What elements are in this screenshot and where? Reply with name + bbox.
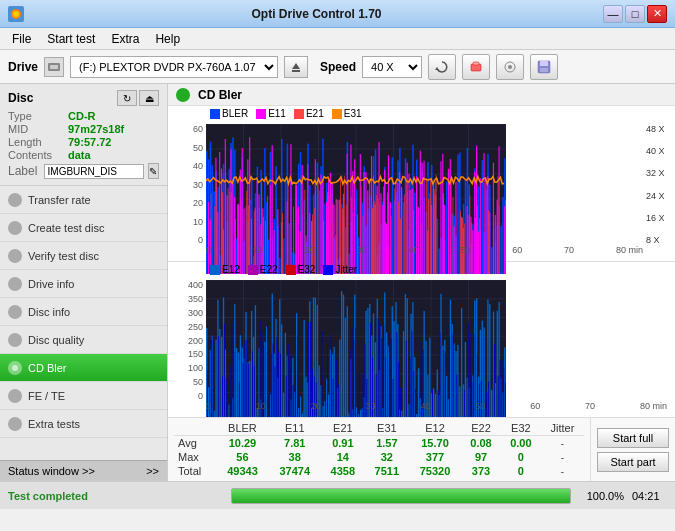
- drive-icon: [44, 57, 64, 77]
- chart1-x-axis: 01020304050607080 min: [206, 245, 643, 261]
- svg-rect-13: [540, 68, 548, 72]
- close-button[interactable]: ✕: [647, 5, 667, 23]
- disc-label-row: Label ✎: [8, 163, 159, 179]
- col-header-e32: E32: [501, 421, 541, 436]
- drive-bar: Drive (F:) PLEXTOR DVDR PX-760A 1.07 Spe…: [0, 50, 675, 84]
- window-controls: — □ ✕: [603, 5, 667, 23]
- disc-label-btn[interactable]: ✎: [148, 163, 159, 179]
- chart2-x-axis: 01020304050607080 min: [206, 401, 667, 417]
- stats-and-buttons: BLER E11 E21 E31 E12 E22 E32 Jitter Avg: [168, 417, 675, 481]
- disc-label-input[interactable]: [44, 164, 144, 179]
- chart1-wrapper: BLER E11 E21 E31 6050403020100 48 X40 X3…: [168, 106, 675, 262]
- progress-bar-fill: [232, 489, 570, 503]
- sidebar-item-fe-te[interactable]: FE / TE: [0, 382, 167, 410]
- burn-button[interactable]: [496, 54, 524, 80]
- extra-tests-icon: [8, 417, 22, 431]
- stats-table: BLER E11 E21 E31 E12 E22 E32 Jitter Avg: [174, 421, 584, 478]
- chart2-wrapper: E12 E22 E32 Jitter 400350300250200150100…: [168, 262, 675, 417]
- disc-refresh-btn[interactable]: ↻: [117, 90, 137, 106]
- save-button[interactable]: [530, 54, 558, 80]
- stats-row-avg: Avg 10.29 7.81 0.91 1.57 15.70 0.08 0.00…: [174, 436, 584, 451]
- speed-label: Speed: [320, 60, 356, 74]
- sidebar-item-disc-quality[interactable]: Disc quality: [0, 326, 167, 354]
- col-header-empty: [174, 421, 216, 436]
- speed-select[interactable]: 40 X: [362, 56, 422, 78]
- sidebar-item-transfer-rate[interactable]: Transfer rate: [0, 186, 167, 214]
- chart2-y-axis: 400350300250200150100500: [168, 280, 206, 401]
- svg-marker-6: [435, 67, 439, 70]
- disc-type-row: Type CD-R: [8, 110, 159, 122]
- disc-panel-title: Disc: [8, 91, 33, 105]
- eject-button[interactable]: [284, 56, 308, 78]
- erase-button[interactable]: [462, 54, 490, 80]
- main-layout: Disc ↻ ⏏ Type CD-R MID 97m27s18f Length …: [0, 84, 675, 481]
- svg-marker-4: [292, 63, 300, 69]
- sidebar-nav: Transfer rate Create test disc Verify te…: [0, 186, 167, 460]
- sidebar-item-verify-test-disc[interactable]: Verify test disc: [0, 242, 167, 270]
- charts-container: BLER E11 E21 E31 6050403020100 48 X40 X3…: [168, 106, 675, 417]
- svg-point-15: [12, 365, 18, 371]
- maximize-button[interactable]: □: [625, 5, 645, 23]
- sidebar-item-disc-info[interactable]: Disc info: [0, 298, 167, 326]
- verify-test-disc-icon: [8, 249, 22, 263]
- col-header-e11: E11: [269, 421, 321, 436]
- sidebar-item-extra-tests[interactable]: Extra tests: [0, 410, 167, 438]
- drive-select[interactable]: (F:) PLEXTOR DVDR PX-760A 1.07: [70, 56, 278, 78]
- app-icon: [8, 6, 24, 22]
- status-bar: Test completed 100.0% 04:21: [0, 481, 675, 509]
- svg-rect-12: [540, 61, 548, 66]
- create-test-disc-icon: [8, 221, 22, 235]
- svg-point-10: [508, 65, 512, 69]
- menu-file[interactable]: File: [4, 30, 39, 48]
- progress-text: 100.0%: [579, 490, 624, 502]
- buttons-column: Start full Start part: [590, 418, 675, 481]
- sidebar-item-cd-bler[interactable]: CD Bler: [0, 354, 167, 382]
- elapsed-time: 04:21: [632, 490, 667, 502]
- svg-point-14: [11, 196, 19, 204]
- col-header-jitter: Jitter: [541, 421, 584, 436]
- stats-wrap: BLER E11 E21 E31 E12 E22 E32 Jitter Avg: [168, 418, 590, 481]
- chart1-y-axis: 6050403020100: [168, 124, 206, 245]
- disc-mid-row: MID 97m27s18f: [8, 123, 159, 135]
- title-bar: Opti Drive Control 1.70 — □ ✕: [0, 0, 675, 28]
- col-header-e21: E21: [321, 421, 365, 436]
- chart2-canvas: [206, 280, 506, 417]
- content-area: CD Bler BLER E11 E21 E31 6050403020100: [168, 84, 675, 481]
- menu-bar: File Start test Extra Help: [0, 28, 675, 50]
- chart1-right-axis: 48 X40 X32 X24 X16 X8 X: [643, 124, 675, 245]
- disc-info-icon: [8, 305, 22, 319]
- status-window-button[interactable]: Status window >> >>: [0, 460, 167, 481]
- start-full-button[interactable]: Start full: [597, 428, 669, 448]
- refresh-button[interactable]: [428, 54, 456, 80]
- disc-length-row: Length 79:57.72: [8, 136, 159, 148]
- col-header-e12: E12: [409, 421, 461, 436]
- drive-label: Drive: [8, 60, 38, 74]
- sidebar-item-drive-info[interactable]: Drive info: [0, 270, 167, 298]
- start-part-button[interactable]: Start part: [597, 452, 669, 472]
- drive-info-icon: [8, 277, 22, 291]
- col-header-e22: E22: [461, 421, 501, 436]
- minimize-button[interactable]: —: [603, 5, 623, 23]
- sidebar: Disc ↻ ⏏ Type CD-R MID 97m27s18f Length …: [0, 84, 168, 481]
- stats-row-total: Total 49343 37474 4358 7511 75320 373 0 …: [174, 464, 584, 478]
- svg-rect-5: [292, 70, 300, 72]
- window-title: Opti Drive Control 1.70: [30, 7, 603, 21]
- progress-bar: [231, 488, 571, 504]
- fe-te-icon: [8, 389, 22, 403]
- chart1-legend: BLER E11 E21 E31: [210, 108, 362, 119]
- disc-panel: Disc ↻ ⏏ Type CD-R MID 97m27s18f Length …: [0, 84, 167, 186]
- col-header-bler: BLER: [216, 421, 268, 436]
- chart-title: CD Bler: [198, 88, 242, 102]
- disc-contents-row: Contents data: [8, 149, 159, 161]
- disc-quality-icon: [8, 333, 22, 347]
- svg-rect-8: [473, 62, 479, 65]
- menu-extra[interactable]: Extra: [103, 30, 147, 48]
- menu-help[interactable]: Help: [147, 30, 188, 48]
- sidebar-item-create-test-disc[interactable]: Create test disc: [0, 214, 167, 242]
- cd-bler-icon: [8, 361, 22, 375]
- stats-row-max: Max 56 38 14 32 377 97 0 -: [174, 450, 584, 464]
- menu-start-test[interactable]: Start test: [39, 30, 103, 48]
- col-header-e31: E31: [365, 421, 409, 436]
- disc-eject-btn[interactable]: ⏏: [139, 90, 159, 106]
- svg-rect-3: [50, 65, 58, 69]
